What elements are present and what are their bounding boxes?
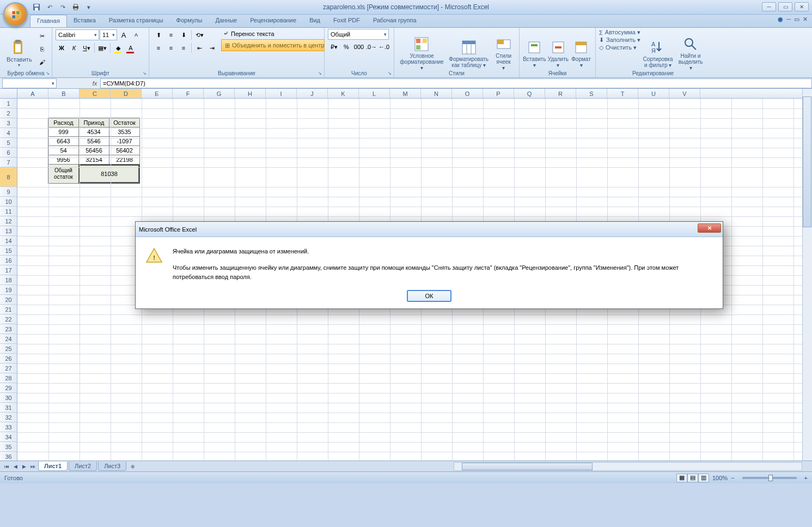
align-middle-icon[interactable]: ≡: [165, 29, 177, 41]
col-header[interactable]: U: [638, 89, 669, 98]
qat-more-icon[interactable]: ▾: [84, 2, 94, 12]
tab-data[interactable]: Данные: [209, 15, 243, 27]
row-header[interactable]: 13: [0, 226, 17, 236]
row-header[interactable]: 4: [0, 128, 17, 138]
row-header[interactable]: 19: [0, 285, 17, 295]
new-sheet-icon[interactable]: ⊕: [129, 462, 137, 471]
font-name-combo[interactable]: Calibri: [56, 29, 99, 40]
first-sheet-icon[interactable]: ⏮: [2, 462, 11, 471]
border-icon[interactable]: ▦▾: [96, 42, 108, 54]
help-icon[interactable]: ◉: [778, 16, 783, 23]
align-center-icon[interactable]: ≡: [165, 42, 177, 54]
decrease-indent-icon[interactable]: ⇤: [193, 42, 205, 54]
bold-icon[interactable]: Ж: [56, 42, 68, 54]
zoom-thumb[interactable]: [768, 475, 773, 481]
tab-home[interactable]: Главная: [30, 15, 67, 27]
alignment-launcher[interactable]: ↘: [316, 70, 323, 76]
row-header[interactable]: 5: [0, 138, 17, 148]
row-header[interactable]: 24: [0, 334, 17, 344]
tab-workgroup[interactable]: Рабочая группа: [367, 15, 423, 27]
font-size-combo[interactable]: 11: [100, 29, 117, 40]
row-header[interactable]: 6: [0, 148, 17, 158]
table-cell[interactable]: 9956: [48, 155, 79, 165]
horizontal-scrollbar[interactable]: [454, 462, 802, 471]
minimize-button[interactable]: ─: [762, 2, 776, 11]
table-cell[interactable]: 56402: [109, 146, 140, 155]
col-header[interactable]: C: [80, 89, 111, 98]
increase-decimal-icon[interactable]: .0→: [365, 41, 377, 53]
italic-icon[interactable]: К: [68, 42, 80, 54]
decrease-decimal-icon[interactable]: ←.0: [378, 41, 390, 53]
row-header[interactable]: 11: [0, 207, 17, 216]
col-header[interactable]: F: [173, 89, 204, 98]
autosum-button[interactable]: ΣАвтосумма ▾: [599, 29, 640, 36]
dialog-ok-button[interactable]: ОК: [407, 290, 451, 302]
align-top-icon[interactable]: ⬆: [152, 29, 164, 41]
office-button[interactable]: [3, 2, 28, 27]
table-cell[interactable]: 56456: [78, 146, 109, 155]
normal-view-icon[interactable]: ▦: [676, 474, 687, 482]
clear-button[interactable]: ◇Очистить ▾: [599, 44, 640, 51]
align-left-icon[interactable]: ≡: [152, 42, 164, 54]
scrollbar-thumb[interactable]: [462, 463, 593, 470]
merge-center-button[interactable]: ⊞Объединить и поместить в центре: [221, 39, 325, 51]
col-header[interactable]: H: [235, 89, 266, 98]
col-header[interactable]: Q: [514, 89, 545, 98]
row-header[interactable]: 8: [0, 167, 17, 187]
font-launcher[interactable]: ↘: [141, 70, 148, 76]
print-icon[interactable]: [71, 2, 81, 12]
row-header[interactable]: 33: [0, 422, 17, 432]
grow-font-icon[interactable]: A: [118, 29, 130, 41]
percent-icon[interactable]: %: [340, 41, 352, 53]
save-icon[interactable]: [32, 2, 41, 12]
tab-insert[interactable]: Вставка: [67, 15, 102, 27]
increase-indent-icon[interactable]: ⇥: [206, 42, 218, 54]
row-header[interactable]: 14: [0, 236, 17, 246]
doc-close-icon[interactable]: ✕: [803, 16, 808, 23]
row-header[interactable]: 9: [0, 187, 17, 197]
fx-icon[interactable]: fx: [89, 78, 100, 88]
row-header[interactable]: 22: [0, 314, 17, 324]
currency-icon[interactable]: ₽▾: [328, 41, 340, 53]
prev-sheet-icon[interactable]: ◀: [11, 462, 20, 471]
zoom-level[interactable]: 100%: [712, 475, 728, 481]
formula-input[interactable]: =СУММ(D4:D7): [100, 78, 812, 88]
row-header[interactable]: 27: [0, 364, 17, 373]
fill-button[interactable]: ⬇Заполнить ▾: [599, 37, 640, 44]
row-header[interactable]: 15: [0, 246, 17, 256]
col-header[interactable]: M: [390, 89, 421, 98]
row-header[interactable]: 18: [0, 275, 17, 285]
row-header[interactable]: 26: [0, 354, 17, 364]
fill-color-icon[interactable]: ◆: [112, 42, 124, 54]
shrink-font-icon[interactable]: A: [130, 29, 142, 41]
col-header[interactable]: I: [266, 89, 297, 98]
col-header[interactable]: D: [111, 89, 142, 98]
row-header[interactable]: 21: [0, 305, 17, 314]
orientation-icon[interactable]: ⟲▾: [193, 29, 205, 41]
row-header[interactable]: 16: [0, 256, 17, 265]
col-header[interactable]: V: [669, 89, 700, 98]
tab-page-layout[interactable]: Разметка страницы: [102, 15, 170, 27]
page-break-view-icon[interactable]: ▥: [698, 474, 709, 482]
close-button[interactable]: ✕: [795, 2, 809, 11]
underline-icon[interactable]: Ч▾: [81, 42, 93, 54]
col-header[interactable]: O: [452, 89, 483, 98]
row-header[interactable]: 3: [0, 118, 17, 128]
tab-formulas[interactable]: Формулы: [170, 15, 209, 27]
last-sheet-icon[interactable]: ⏭: [28, 462, 37, 471]
font-color-icon[interactable]: A: [125, 42, 137, 54]
row-header[interactable]: 34: [0, 432, 17, 442]
page-layout-view-icon[interactable]: ▤: [687, 474, 698, 482]
row-header[interactable]: 35: [0, 442, 17, 452]
number-format-combo[interactable]: Общий: [328, 29, 389, 40]
row-header[interactable]: 29: [0, 383, 17, 393]
table-cell[interactable]: 54: [48, 146, 79, 155]
col-header[interactable]: G: [204, 89, 235, 98]
col-header[interactable]: J: [297, 89, 328, 98]
row-header[interactable]: 1: [0, 99, 17, 108]
thousands-icon[interactable]: 000: [353, 41, 365, 53]
sheet-tab[interactable]: Лист3: [98, 462, 126, 471]
align-right-icon[interactable]: ≡: [178, 42, 190, 54]
sheet-tab[interactable]: Лист1: [38, 462, 68, 471]
col-header[interactable]: T: [607, 89, 638, 98]
